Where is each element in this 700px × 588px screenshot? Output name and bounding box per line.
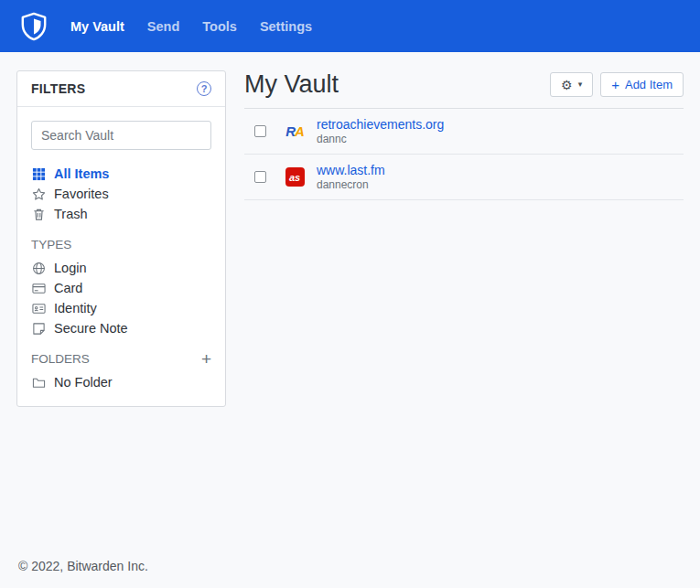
credit-card-icon	[31, 281, 46, 295]
search-vault-input[interactable]	[31, 121, 211, 150]
item-username: dannc	[317, 133, 444, 145]
add-item-button[interactable]: + Add Item	[600, 72, 684, 97]
filters-header: FILTERS ?	[17, 71, 225, 107]
plus-icon: +	[201, 349, 211, 369]
sidebar-item-label: All Items	[54, 166, 109, 181]
retroachievements-favicon: RA	[284, 123, 306, 139]
trash-icon	[31, 207, 46, 221]
item-checkbox[interactable]	[254, 125, 266, 137]
sidebar-item-label: Login	[54, 261, 86, 275]
globe-icon	[31, 261, 46, 275]
page-footer: © 2022, Bitwarden Inc.	[0, 548, 700, 588]
type-filter-list: Login Card Identity Secure Note	[17, 258, 225, 338]
bitwarden-shield-icon	[20, 12, 48, 41]
filter-nav-list: All Items Favorites Trash	[17, 164, 225, 224]
copyright-text: © 2022, Bitwarden Inc.	[18, 559, 148, 573]
question-circle-icon[interactable]: ?	[197, 81, 211, 96]
item-text: www.last.fm dannecron	[317, 163, 385, 191]
item-name-link[interactable]: www.last.fm	[317, 163, 385, 177]
header-buttons: ⚙ ▾ + Add Item	[550, 72, 684, 97]
lastfm-favicon: as	[284, 167, 306, 187]
filters-title: FILTERS	[31, 81, 85, 96]
sidebar-item-label: Secure Note	[54, 321, 128, 336]
nav-my-vault[interactable]: My Vault	[70, 19, 124, 34]
note-icon	[31, 321, 46, 336]
plus-icon: +	[611, 78, 619, 91]
nav-settings[interactable]: Settings	[260, 19, 312, 34]
bitwarden-logo[interactable]	[20, 12, 48, 41]
sidebar-item-label: Card	[54, 281, 82, 295]
page-body: FILTERS ? All Items Favorites T	[0, 52, 700, 548]
sidebar-item-all-items[interactable]: All Items	[31, 164, 211, 184]
types-section-header: TYPES	[17, 238, 225, 251]
folders-section-header: FOLDERS +	[17, 352, 225, 366]
sidebar-item-identity[interactable]: Identity	[31, 298, 211, 318]
sidebar-item-label: Favorites	[54, 187, 109, 201]
top-navbar: My Vault Send Tools Settings	[0, 0, 700, 52]
vault-header: My Vault ⚙ ▾ + Add Item	[244, 70, 684, 109]
item-name-link[interactable]: retroachievements.org	[317, 117, 444, 132]
add-folder-button[interactable]: +	[201, 353, 211, 366]
folders-title: FOLDERS	[31, 352, 90, 366]
sidebar-item-label: Trash	[54, 207, 88, 221]
types-title: TYPES	[31, 238, 71, 251]
vault-item-row: as www.last.fm dannecron	[244, 155, 684, 200]
folder-list: No Folder	[17, 372, 225, 392]
sidebar-item-favorites[interactable]: Favorites	[31, 184, 211, 204]
page-title: My Vault	[244, 70, 339, 99]
item-username: dannecron	[317, 178, 385, 191]
sidebar-item-card[interactable]: Card	[31, 278, 211, 298]
vault-item-row: RA retroachievements.org dannc	[244, 109, 684, 155]
gear-icon: ⚙	[561, 79, 573, 91]
add-item-label: Add Item	[625, 78, 673, 91]
star-icon	[31, 187, 46, 201]
filters-sidebar: FILTERS ? All Items Favorites T	[16, 70, 226, 407]
item-text: retroachievements.org dannc	[317, 117, 444, 145]
vault-options-button[interactable]: ⚙ ▾	[550, 72, 593, 97]
chevron-down-icon: ▾	[578, 80, 583, 89]
vault-main: My Vault ⚙ ▾ + Add Item RA retroach	[244, 70, 684, 200]
sidebar-item-no-folder[interactable]: No Folder	[31, 372, 211, 392]
sidebar-item-label: Identity	[54, 301, 97, 315]
sidebar-item-label: No Folder	[54, 375, 113, 390]
id-card-icon	[31, 301, 46, 315]
sidebar-item-trash[interactable]: Trash	[31, 204, 211, 224]
nav-tools[interactable]: Tools	[202, 19, 237, 34]
folder-icon	[31, 375, 46, 390]
item-checkbox[interactable]	[254, 171, 266, 183]
nav-send[interactable]: Send	[147, 19, 179, 34]
vault-item-list: RA retroachievements.org dannc as www.la…	[244, 109, 684, 200]
sidebar-item-login[interactable]: Login	[31, 258, 211, 278]
sidebar-item-secure-note[interactable]: Secure Note	[31, 318, 211, 338]
grid-icon	[31, 166, 46, 181]
